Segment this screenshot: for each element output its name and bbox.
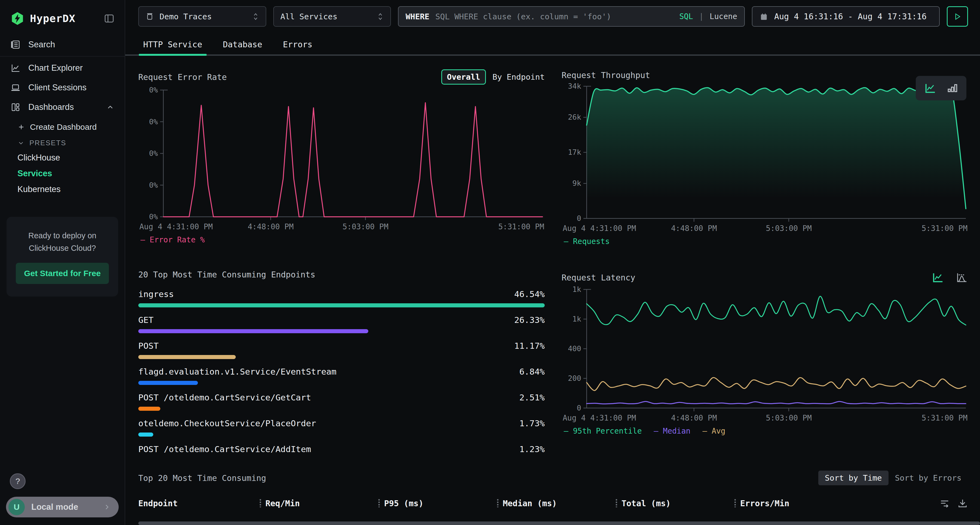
throughput-chart[interactable]: 34k26k17k9k0Aug 4 4:31:00 PM4:48:00 PM5:… [562,82,968,234]
avatar: U [8,499,25,515]
sort-by-time-button[interactable]: Sort by Time [818,471,889,485]
table-column-header[interactable]: Endpoint [138,499,260,508]
endpoint-row[interactable]: oteldemo.CheckoutService/PlaceOrder1.73% [138,419,545,436]
sidebar-item-clickhouse[interactable]: ClickHouse [18,150,125,166]
endpoint-row[interactable]: POST /oteldemo.CartService/GetCart2.51% [138,393,545,411]
chevron-down-icon [18,140,24,147]
panel-title: Request Error Rate [138,72,227,82]
column-drag-handle-icon[interactable] [260,499,261,507]
legend-item[interactable]: — 95th Percentile [564,427,642,436]
table-column-header[interactable]: Errors/Min [735,499,939,508]
throughput-legend: — Requests [562,237,968,246]
user-menu[interactable]: U Local mode [6,497,119,517]
svg-text:Aug 4 4:31:00 PM: Aug 4 4:31:00 PM [563,414,636,422]
column-label: P95 (ms) [384,499,423,508]
dashboard-tabs: HTTP Service Database Errors [125,32,980,56]
column-drag-handle-icon[interactable] [379,499,380,507]
source-select[interactable]: Demo Traces [138,6,266,27]
svg-text:5:31:00 PM: 5:31:00 PM [921,414,967,422]
line-chart-toggle-icon[interactable] [932,271,944,284]
sidebar-collapse-icon[interactable] [103,13,115,24]
sql-mode-button[interactable]: SQL [679,12,693,21]
search-input[interactable]: WHERE SQL WHERE clause (ex. column = 'fo… [398,6,745,27]
sidebar-item-label: Client Sessions [28,83,87,92]
search-journal-icon [10,40,21,50]
svg-text:200: 200 [568,374,581,382]
bar-chart-toggle-icon[interactable] [946,82,958,94]
error-rate-panel: Request Error Rate Overall By Endpoint 0… [138,68,545,246]
column-drag-handle-icon[interactable] [616,499,617,507]
latency-chart[interactable]: 1k1k4002000Aug 4 4:31:00 PM4:48:00 PM5:0… [562,285,968,424]
app-title: HyperDX [30,13,75,24]
table-column-header[interactable]: Req/Min [260,499,379,508]
endpoint-row[interactable]: flagd.evaluation.v1.Service/EventStream6… [138,367,545,385]
column-settings-icon[interactable] [939,498,950,509]
sort-by-errors-button[interactable]: Sort by Errors [889,471,968,485]
endpoint-row[interactable]: GET26.33% [138,315,545,333]
svg-text:Aug 4 4:31:00 PM: Aug 4 4:31:00 PM [139,222,213,231]
presets-toggle[interactable]: PRESETS [18,135,125,150]
sidebar-item-search[interactable]: Search [0,35,125,54]
tab-http-service[interactable]: HTTP Service [143,35,202,56]
sidebar-item-dashboards[interactable]: Dashboards [0,97,125,117]
sidebar-item-client-sessions[interactable]: Client Sessions [0,78,125,97]
chevron-up-icon[interactable] [106,103,115,111]
lucene-mode-button[interactable]: Lucene [710,12,737,21]
svg-text:5:31:00 PM: 5:31:00 PM [498,222,544,231]
overall-toggle-button[interactable]: Overall [441,69,486,85]
sidebar-item-kubernetes[interactable]: Kubernetes [18,181,125,197]
horizontal-scrollbar[interactable] [138,522,980,525]
legend-item[interactable]: — Avg [702,427,725,436]
sidebar-item-label: Dashboards [28,102,74,112]
topbar: Demo Traces All Services WHERE SQL WHERE… [125,0,980,32]
select-chevrons-icon [252,12,259,21]
histogram-toggle-icon[interactable] [956,271,968,284]
table-column-header[interactable]: Median (ms) [497,499,616,508]
panel-title: 20 Top Most Time Consuming Endpoints [138,270,545,279]
svg-text:Aug 4 4:31:00 PM: Aug 4 4:31:00 PM [563,224,636,233]
get-started-button[interactable]: Get Started for Free [16,263,109,284]
endpoint-bar [138,355,236,359]
sidebar-item-label: Search [28,40,55,49]
table-header-icons [939,498,968,509]
endpoint-label: oteldemo.CheckoutService/PlaceOrder [138,419,316,428]
run-query-button[interactable] [947,6,968,27]
tab-database[interactable]: Database [223,35,262,56]
create-dashboard-button[interactable]: Create Dashboard [18,119,125,135]
endpoint-row[interactable]: POST /oteldemo.CartService/AddItem1.23% [138,444,545,453]
help-button[interactable]: ? [10,473,25,489]
line-chart-toggle-icon[interactable] [924,82,937,94]
svg-text:4:48:00 PM: 4:48:00 PM [248,222,294,231]
endpoints-list: ingress46.54%GET26.33%POST11.17%flagd.ev… [138,289,545,453]
table-column-header[interactable]: Total (ms) [616,499,735,508]
download-icon[interactable] [957,498,968,509]
endpoint-bar [138,407,160,411]
endpoint-row[interactable]: ingress46.54% [138,289,545,308]
endpoints-table-section: Top 20 Most Time Consuming Sort by Time … [138,471,968,525]
legend-item[interactable]: — Requests [564,237,610,246]
select-chevrons-icon [377,12,384,21]
sidebar-item-chart-explorer[interactable]: Chart Explorer [0,58,125,78]
column-label: Total (ms) [622,499,671,508]
time-range-picker[interactable]: Aug 4 16:31:16 - Aug 4 17:31:16 [752,6,940,27]
legend-item[interactable]: — Error Rate % [140,235,205,244]
table-column-header[interactable]: P95 (ms) [379,499,497,508]
by-endpoint-toggle-button[interactable]: By Endpoint [492,72,545,82]
endpoint-label: POST [138,341,159,351]
sidebar-item-services[interactable]: Services [18,166,125,181]
endpoint-percentage: 46.54% [514,289,545,299]
endpoint-percentage: 1.73% [519,419,545,428]
promo-line1: Ready to deploy on [16,229,109,242]
column-drag-handle-icon[interactable] [497,499,498,507]
user-mode-label: Local mode [31,502,78,512]
tab-errors[interactable]: Errors [283,35,312,56]
endpoint-row[interactable]: POST11.17% [138,341,545,359]
service-select[interactable]: All Services [273,6,391,27]
svg-text:1k: 1k [572,285,581,293]
error-rate-chart[interactable]: 0%0%0%0%0%Aug 4 4:31:00 PM4:48:00 PM5:03… [138,86,545,233]
column-drag-handle-icon[interactable] [735,499,736,507]
svg-text:5:03:00 PM: 5:03:00 PM [342,222,388,231]
column-label: Errors/Min [740,499,789,508]
latency-legend: — 95th Percentile— Median— Avg [562,427,968,436]
legend-item[interactable]: — Median [654,427,690,436]
